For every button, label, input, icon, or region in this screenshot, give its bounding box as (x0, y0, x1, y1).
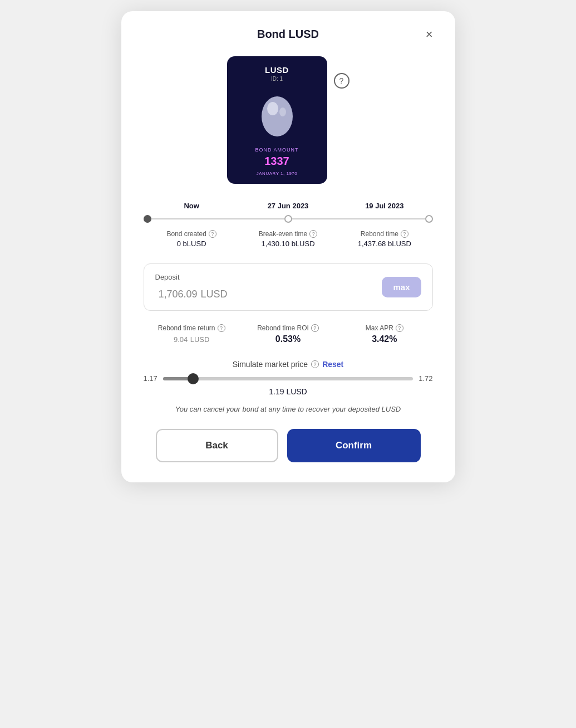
stat-rebond-return: Rebond time return ? 9.04 LUSD (144, 324, 240, 344)
slider-wrapper: 1.17 1.72 (144, 374, 433, 383)
slider-value: 1.19 LUSD (144, 387, 433, 396)
timeline-track (144, 214, 433, 223)
timeline-dots (144, 215, 433, 223)
reset-link[interactable]: Reset (322, 360, 343, 369)
timeline-info-now: Bond created ? 0 bLUSD (144, 230, 240, 248)
timeline-info-rebond: Rebond time ? 1,437.68 bLUSD (336, 230, 432, 248)
footer-buttons: Back Confirm (144, 429, 433, 462)
stat-rebond-roi: Rebond time ROI ? 0.53% (240, 324, 336, 344)
max-button[interactable]: max (382, 277, 421, 297)
back-button[interactable]: Back (156, 429, 278, 462)
stat-rebond-roi-value: 0.53% (240, 334, 336, 344)
bond-modal: Bond LUSD × LUSD ID: 1 BOND AMOUNT 1337 … (121, 11, 455, 482)
timeline-rebond-value: 1,437.68 bLUSD (336, 240, 432, 248)
timeline-rebond-help[interactable]: ? (401, 230, 408, 238)
bond-amount-label: BOND AMOUNT (235, 147, 319, 153)
deposit-label: Deposit (155, 273, 228, 281)
modal-header: Bond LUSD × (144, 28, 433, 41)
disclaimer: You can cancel your bond at any time to … (144, 405, 433, 413)
timeline-label-now: Now (144, 202, 240, 210)
timeline-dot-rebond (425, 215, 433, 223)
modal-title: Bond LUSD (257, 28, 319, 41)
card-id: ID: 1 (235, 76, 319, 82)
stat-max-apr-value: 3.42% (336, 334, 432, 344)
timeline-labels: Now 27 Jun 2023 19 Jul 2023 (144, 202, 433, 210)
slider-thumb[interactable] (188, 373, 199, 384)
confirm-button[interactable]: Confirm (287, 429, 421, 462)
svg-point-1 (267, 102, 278, 115)
slider-bg (163, 377, 413, 380)
timeline: Now 27 Jun 2023 19 Jul 2023 Bond created… (144, 202, 433, 248)
stat-max-apr-help[interactable]: ? (396, 324, 403, 332)
simulate-header: Simulate market price ? Reset (144, 360, 433, 369)
svg-point-0 (262, 96, 293, 136)
stat-rebond-roi-label: Rebond time ROI ? (240, 324, 336, 332)
deposit-left: Deposit 1,706.09LUSD (155, 273, 228, 301)
simulate-section: Simulate market price ? Reset 1.17 1.72 … (144, 360, 433, 396)
card-help-icon[interactable]: ? (334, 73, 349, 89)
stat-max-apr: Max APR ? 3.42% (336, 324, 432, 344)
stat-rebond-return-help[interactable]: ? (218, 324, 225, 332)
simulate-title: Simulate market price (233, 360, 308, 369)
timeline-now-help[interactable]: ? (209, 230, 216, 238)
timeline-dot-now (144, 215, 151, 223)
slider-min: 1.17 (144, 374, 157, 383)
svg-point-2 (279, 108, 286, 116)
card-date: JANUARY 1, 1970 (235, 171, 319, 176)
stat-max-apr-label: Max APR ? (336, 324, 432, 332)
timeline-breakeven-label: Break-even time ? (240, 230, 336, 238)
timeline-label-rebond: 19 Jul 2023 (336, 202, 432, 210)
timeline-now-label: Bond created ? (144, 230, 240, 238)
timeline-breakeven-value: 1,430.10 bLUSD (240, 240, 336, 248)
simulate-help[interactable]: ? (311, 360, 319, 368)
timeline-info: Bond created ? 0 bLUSD Break-even time ?… (144, 230, 433, 248)
timeline-rebond-label: Rebond time ? (336, 230, 432, 238)
close-button[interactable]: × (426, 28, 433, 41)
deposit-box: Deposit 1,706.09LUSD max (144, 263, 433, 311)
stat-rebond-return-label: Rebond time return ? (144, 324, 240, 332)
slider-track[interactable] (163, 377, 413, 380)
bond-amount-value: 1337 (235, 155, 319, 168)
timeline-label-breakeven: 27 Jun 2023 (240, 202, 336, 210)
timeline-info-breakeven: Break-even time ? 1,430.10 bLUSD (240, 230, 336, 248)
stat-rebond-return-value: 9.04 LUSD (144, 334, 240, 344)
timeline-breakeven-help[interactable]: ? (309, 230, 317, 238)
nft-card: LUSD ID: 1 BOND AMOUNT 1337 JANUARY 1, 1… (227, 56, 327, 184)
slider-max: 1.72 (419, 374, 432, 383)
card-title: LUSD (235, 65, 319, 75)
stats-row: Rebond time return ? 9.04 LUSD Rebond ti… (144, 324, 433, 344)
card-container: LUSD ID: 1 BOND AMOUNT 1337 JANUARY 1, 1… (144, 56, 433, 184)
timeline-dot-breakeven (284, 215, 292, 223)
egg-illustration (255, 87, 299, 140)
deposit-amount: 1,706.09LUSD (155, 284, 228, 301)
stat-rebond-roi-help[interactable]: ? (311, 324, 319, 332)
timeline-now-value: 0 bLUSD (144, 240, 240, 248)
